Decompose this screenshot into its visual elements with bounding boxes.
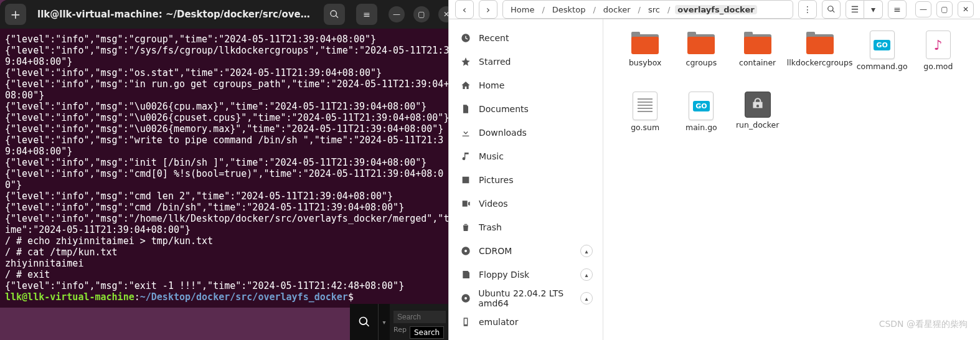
breadcrumb-sep: / (542, 5, 544, 14)
sidebar-item-label: Documents (479, 104, 529, 114)
search-input[interactable] (393, 311, 446, 323)
eject-button[interactable]: ▴ (580, 292, 593, 305)
hamburger-button[interactable]: ≡ (888, 0, 907, 19)
breadcrumb-item[interactable]: src (646, 5, 662, 14)
doc-icon (460, 103, 471, 115)
sidebar-item-emulator[interactable]: emulator (449, 311, 603, 333)
terminal-title: llk@llk-virtual-machine: ~/Desktop/docke… (37, 9, 313, 20)
folder-icon (686, 31, 717, 55)
sidebar-item-music[interactable]: Music (449, 145, 603, 168)
breadcrumb-item[interactable]: docker (601, 5, 633, 14)
files-toolbar: ‹ › Home/Desktop/docker/src/overlayfs_do… (449, 0, 980, 19)
path-more-button[interactable]: ⋮ (798, 0, 817, 19)
sidebar-item-trash[interactable]: Trash (449, 216, 603, 238)
files-sidebar: RecentStarredHomeDocumentsDownloadsMusic… (449, 19, 603, 340)
file-item[interactable]: go.sum (618, 92, 672, 149)
file-item[interactable]: GOcommand.go (855, 31, 908, 88)
terminal-body[interactable]: {"level":"info","msg":"cgroup","time":"2… (0, 29, 459, 308)
terminal-menu-button[interactable]: ≡ (356, 4, 377, 25)
sidebar-item-label: Home (479, 80, 504, 90)
file-label: cgroups (686, 58, 717, 67)
audio-file-icon: ♪ (926, 31, 951, 59)
breadcrumb: Home/Desktop/docker/src/overlayfs_docker (502, 0, 793, 19)
disc-icon (460, 293, 471, 304)
file-item[interactable]: ♪go.mod (912, 31, 965, 88)
file-item[interactable]: busybox (618, 31, 672, 88)
sidebar-item-label: Recent (479, 33, 509, 43)
sidebar-item-documents[interactable]: Documents (449, 98, 603, 120)
back-button[interactable]: ‹ (455, 0, 474, 19)
sidebar-item-recent[interactable]: Recent (449, 27, 603, 49)
sidebar-item-label: CDROM (479, 246, 512, 256)
sidebar-item-floppy-disk[interactable]: Floppy Disk▴ (449, 263, 603, 286)
file-item[interactable]: run_docker (731, 92, 784, 149)
sidebar-item-ubuntu-22.04.2-lts-amd64[interactable]: Ubuntu 22.04.2 LTS amd64▴ (449, 287, 603, 309)
sidebar-item-label: emulator (479, 317, 518, 327)
trash-icon (460, 222, 471, 233)
list-view-button[interactable]: ☰ (846, 0, 864, 19)
text-file-icon (633, 92, 657, 120)
breadcrumb-sep: / (667, 5, 670, 14)
eject-button[interactable]: ▴ (580, 245, 593, 257)
file-item[interactable]: GOmain.go (674, 92, 728, 149)
file-label: main.go (686, 123, 717, 132)
sidebar-item-videos[interactable]: Videos (449, 192, 603, 215)
sidebar-item-starred[interactable]: Starred (449, 50, 603, 73)
file-item[interactable]: llkdockercgroups (787, 31, 853, 88)
go-file-icon: GO (870, 31, 895, 59)
breadcrumb-sep: / (638, 5, 641, 14)
sidebar-item-pictures[interactable]: Pictures (449, 169, 603, 191)
file-label: run_docker (736, 120, 779, 130)
files-maximize-button[interactable]: ▢ (936, 1, 953, 17)
picture-icon (460, 174, 471, 186)
file-item[interactable]: cgroups (674, 31, 728, 88)
files-minimize-button[interactable]: — (915, 1, 931, 17)
clock-icon (460, 32, 471, 44)
search-button[interactable] (350, 304, 379, 340)
view-switcher: ☰ ▾ (846, 0, 883, 19)
file-item[interactable]: container (731, 31, 784, 88)
breadcrumb-item[interactable]: Desktop (550, 5, 588, 14)
eject-button[interactable]: ▴ (580, 268, 593, 281)
minimize-button[interactable]: — (389, 6, 405, 22)
file-label: go.mod (923, 62, 953, 71)
sidebar-item-label: Videos (479, 199, 508, 209)
sidebar-item-home[interactable]: Home (449, 74, 603, 97)
terminal-titlebar: + llk@llk-virtual-machine: ~/Desktop/doc… (0, 0, 459, 29)
breadcrumb-sep: / (593, 5, 595, 14)
sidebar-item-label: Ubuntu 22.04.2 LTS amd64 (478, 288, 591, 308)
files-search-button[interactable] (822, 0, 841, 19)
executable-icon (745, 92, 771, 118)
search-dropdown[interactable]: ▾ (379, 304, 390, 340)
go-file-icon: GO (689, 92, 714, 120)
sidebar-item-label: Downloads (479, 128, 527, 138)
taskbar-search: ▾ Rep Search (350, 304, 450, 340)
file-label: container (739, 58, 776, 67)
prompt-path: ~/Desktop/docker/src/overlayfs_docker (140, 291, 348, 303)
folder-icon (629, 31, 661, 55)
breadcrumb-item[interactable]: Home (508, 5, 537, 14)
files-close-button[interactable]: ✕ (958, 1, 974, 17)
download-icon (460, 127, 471, 138)
terminal-window: + llk@llk-virtual-machine: ~/Desktop/doc… (0, 0, 459, 308)
sidebar-item-cdrom[interactable]: CDROM▴ (449, 240, 603, 262)
sidebar-item-label: Trash (479, 222, 502, 232)
sidebar-item-label: Pictures (479, 175, 513, 185)
maximize-button[interactable]: ▢ (413, 6, 430, 22)
search-tooltip: Search (410, 326, 444, 339)
video-icon (460, 198, 471, 209)
folder-icon (804, 31, 836, 55)
files-grid[interactable]: busyboxcgroupscontainerllkdockercgroupsG… (603, 19, 980, 340)
forward-button[interactable]: › (479, 0, 497, 19)
sidebar-item-downloads[interactable]: Downloads (449, 121, 603, 144)
breadcrumb-item[interactable]: overlayfs_docker (675, 5, 756, 14)
new-tab-button[interactable]: + (5, 4, 26, 25)
magnify-icon (358, 316, 370, 328)
view-dropdown-button[interactable]: ▾ (864, 0, 883, 19)
prompt-user: llk@llk-virtual-machine (5, 291, 134, 303)
search-icon (329, 9, 339, 19)
folder-icon (742, 31, 773, 55)
file-label: command.go (857, 62, 908, 71)
terminal-search-button[interactable] (324, 4, 345, 25)
search-icon (827, 5, 836, 14)
